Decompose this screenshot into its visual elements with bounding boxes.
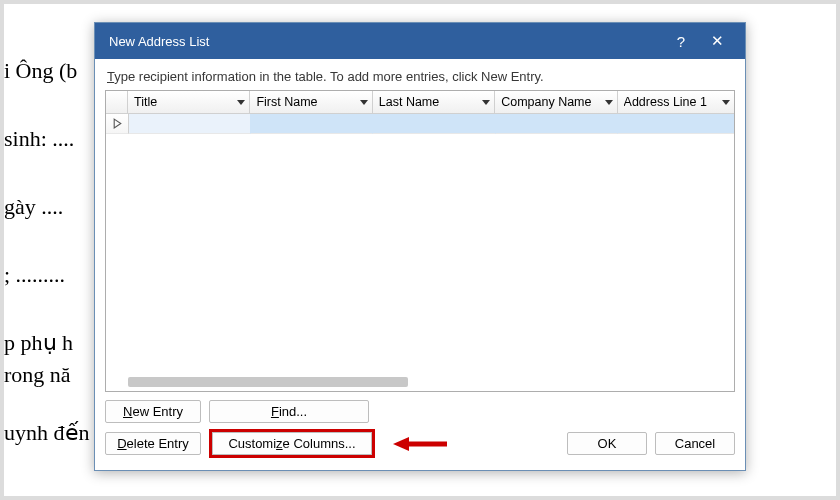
column-header-first-name[interactable]: First Name <box>250 91 372 113</box>
cell-address-line-1[interactable] <box>618 114 734 134</box>
cell-first-name[interactable] <box>251 114 373 134</box>
cell-last-name[interactable] <box>373 114 495 134</box>
dialog-titlebar[interactable]: New Address List ? ✕ <box>95 23 745 59</box>
annotation-arrow-icon <box>393 434 449 454</box>
table-row[interactable] <box>106 114 734 134</box>
dropdown-icon[interactable] <box>360 100 368 105</box>
help-button[interactable]: ? <box>663 33 699 50</box>
row-selector-header[interactable] <box>106 91 128 113</box>
close-button[interactable]: ✕ <box>699 32 735 50</box>
column-header-company-name[interactable]: Company Name <box>495 91 617 113</box>
dropdown-icon[interactable] <box>237 100 245 105</box>
dropdown-icon[interactable] <box>482 100 490 105</box>
delete-entry-button[interactable]: Delete Entry <box>105 432 201 455</box>
dialog-title: New Address List <box>109 34 663 49</box>
horizontal-scrollbar[interactable] <box>128 377 408 387</box>
column-header-address-line-1[interactable]: Address Line 1 <box>618 91 734 113</box>
customize-columns-button[interactable]: Customize Columns... <box>212 432 372 455</box>
column-header-last-name[interactable]: Last Name <box>373 91 495 113</box>
ok-button[interactable]: OK <box>567 432 647 455</box>
cell-title[interactable] <box>129 114 251 134</box>
dropdown-icon[interactable] <box>722 100 730 105</box>
new-address-list-dialog: New Address List ? ✕ Type recipient info… <box>94 22 746 471</box>
current-row-indicator[interactable] <box>106 114 129 134</box>
recipient-grid[interactable]: Title First Name Last Name Company Name … <box>105 90 735 392</box>
cancel-button[interactable]: Cancel <box>655 432 735 455</box>
annotation-highlight: Customize Columns... <box>209 429 375 458</box>
find-button[interactable]: Find... <box>209 400 369 423</box>
column-header-title[interactable]: Title <box>128 91 250 113</box>
svg-marker-1 <box>393 437 409 451</box>
cell-company-name[interactable] <box>496 114 618 134</box>
dropdown-icon[interactable] <box>605 100 613 105</box>
instruction-text: Type recipient information in the table.… <box>95 59 745 90</box>
grid-header-row: Title First Name Last Name Company Name … <box>106 91 734 114</box>
new-entry-button[interactable]: New Entry <box>105 400 201 423</box>
